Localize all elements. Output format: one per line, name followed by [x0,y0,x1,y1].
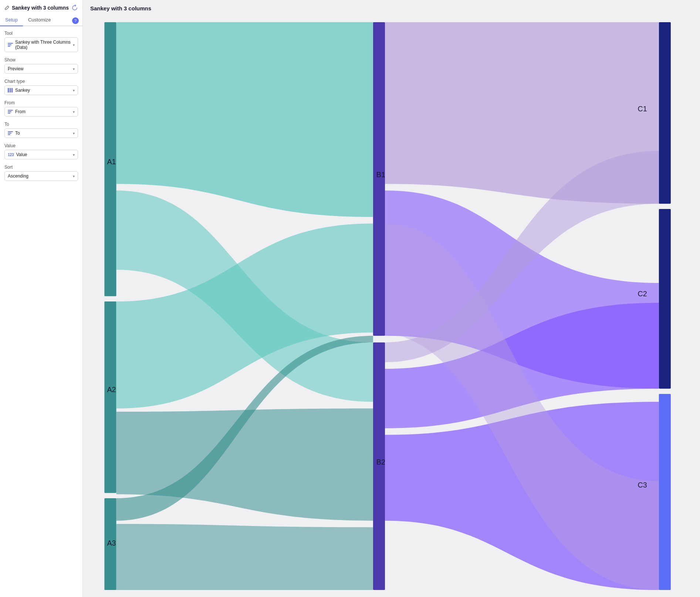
svg-rect-5 [8,134,10,135]
value-caret: ▾ [73,153,75,157]
svg-rect-10 [373,343,385,590]
from-value: From [15,109,26,114]
sort-field: Sort Ascending ▾ [4,165,78,181]
sidebar-content: Tool Sankey with Three Columns (Data) ▾ … [0,26,82,185]
svg-rect-11 [659,22,671,204]
show-label: Show [4,57,78,63]
show-caret: ▾ [73,67,75,71]
show-field: Show Preview ▾ [4,57,78,74]
chart-type-field: Chart type Sankey ▾ [4,79,78,95]
hash-icon: 123 [8,153,14,157]
label-a2: A2 [107,385,116,394]
value-value: Value [16,152,27,157]
to-label: To [4,122,78,127]
to-value: To [15,131,20,136]
tab-customize[interactable]: Customize [23,14,56,26]
chart-type-value: Sankey [15,88,30,93]
to-field: To To ▾ [4,122,78,138]
label-c3: C3 [638,481,647,489]
tool-caret: ▾ [73,43,75,47]
label-c1: C1 [638,105,647,113]
chart-area: A1 A2 A3 B1 B2 C1 C2 C3 [83,15,700,597]
sort-label: Sort [4,165,78,170]
main-area: Sankey with 3 columns [83,0,700,597]
svg-rect-9 [373,22,385,336]
from-label: From [4,100,78,105]
main-header: Sankey with 3 columns [83,0,700,15]
sort-dropdown[interactable]: Ascending ▾ [4,171,78,181]
svg-rect-1 [8,111,11,112]
label-b2: B2 [376,458,385,466]
label-b1: B1 [376,171,385,179]
label-c2: C2 [638,290,647,298]
tool-field: Tool Sankey with Three Columns (Data) ▾ [4,31,78,52]
svg-rect-13 [659,394,671,590]
svg-rect-12 [659,209,671,389]
show-dropdown[interactable]: Preview ▾ [4,64,78,74]
sidebar-tabs: Setup Customize ? [0,14,82,26]
to-field-icon [8,131,13,135]
from-field-icon [8,110,13,114]
main-title: Sankey with 3 columns [90,5,151,11]
chart-type-label: Chart type [4,79,78,84]
table-icon [8,43,13,47]
from-field: From From ▾ [4,100,78,117]
refresh-icon[interactable] [71,4,78,11]
value-label: Value [4,143,78,148]
from-caret: ▾ [73,110,75,114]
svg-rect-0 [8,110,13,111]
tool-value: Sankey with Three Columns (Data) [15,40,71,50]
to-dropdown[interactable]: To ▾ [4,128,78,138]
chart-type-dropdown[interactable]: Sankey ▾ [4,85,78,95]
sankey-icon [8,88,13,92]
help-icon[interactable]: ? [72,17,79,24]
sidebar-header: Sankey with 3 columns [0,0,82,11]
value-dropdown[interactable]: 123 Value ▾ [4,150,78,159]
svg-rect-7 [104,301,116,493]
sankey-chart: A1 A2 A3 B1 B2 C1 C2 C3 [87,19,693,593]
sidebar-title-row: Sankey with 3 columns [4,5,69,11]
tool-dropdown[interactable]: Sankey with Three Columns (Data) ▾ [4,37,78,52]
from-dropdown[interactable]: From ▾ [4,107,78,117]
to-caret: ▾ [73,131,75,135]
sort-value: Ascending [8,173,28,179]
sort-caret: ▾ [73,174,75,178]
svg-rect-4 [8,133,11,134]
show-value: Preview [8,66,24,71]
edit-icon [4,5,10,10]
sidebar-title: Sankey with 3 columns [12,5,69,11]
label-a3: A3 [107,539,116,547]
svg-rect-3 [8,131,13,132]
chart-type-caret: ▾ [73,88,75,92]
value-field: Value 123 Value ▾ [4,143,78,159]
sidebar: Sankey with 3 columns Setup Customize ? … [0,0,83,597]
label-a1: A1 [107,158,116,166]
svg-rect-2 [8,113,10,114]
tool-label: Tool [4,31,78,36]
tab-setup[interactable]: Setup [0,14,23,26]
